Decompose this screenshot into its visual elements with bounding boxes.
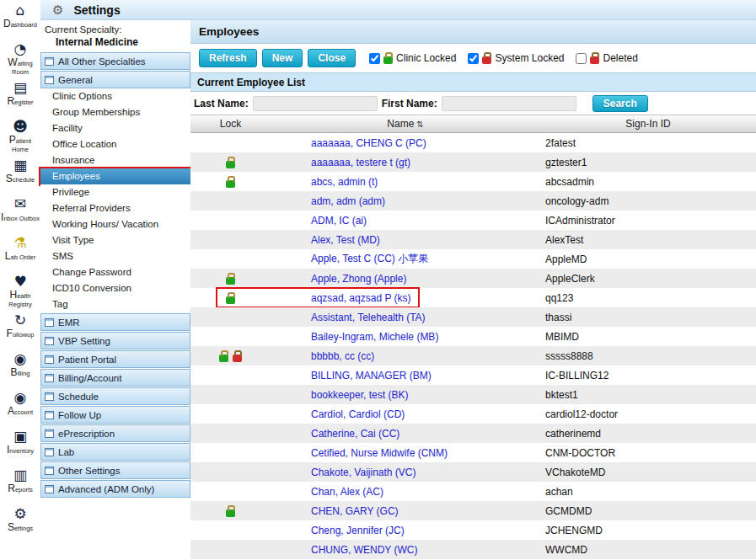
nav-rail-item-followup[interactable]: ↻Followup — [0, 311, 40, 349]
first-name-input[interactable] — [442, 96, 576, 111]
employee-name-link[interactable]: Apple, Zhong (Apple) — [311, 273, 406, 285]
employee-name-link[interactable]: Chakote, Vaijinath (VC) — [311, 467, 416, 478]
employee-name-link[interactable]: adm, adm (adm) — [311, 195, 385, 207]
employees-panel: Employees Refresh New Close Clinic Locke… — [190, 20, 756, 560]
checkbox-clinic-locked[interactable] — [369, 53, 380, 64]
nav-rail-item-inbox-outbox[interactable]: ✉Inbox Outbox — [0, 195, 40, 233]
employee-row: bbbbb, cc (cc)sssss8888 — [190, 346, 756, 365]
nav-rail-item-patient-home[interactable]: ☻Patient Home — [0, 117, 40, 156]
list-header-label: Current Employee List — [197, 77, 305, 88]
sign-in-id: ICAdministrator — [540, 215, 756, 227]
employee-name-link[interactable]: bbbbb, cc (cc) — [311, 350, 374, 362]
app-window: ⌂Dashboard◔Waiting Room▤Register☻Patient… — [0, 0, 756, 560]
nav-rail-label: Billing — [10, 367, 29, 379]
nav-rail-label: Patient Home — [1, 135, 40, 153]
sidebar-section-all-other-specialties[interactable]: All Other Specialties — [40, 52, 190, 70]
refresh-button[interactable]: Refresh — [199, 49, 257, 67]
employee-name-link[interactable]: bookkeeper, test (BK) — [311, 389, 408, 401]
green-lock-icon — [226, 161, 235, 168]
nav-rail: ⌂Dashboard◔Waiting Room▤Register☻Patient… — [0, 0, 40, 560]
expand-icon — [45, 392, 54, 401]
employee-name-link[interactable]: Cardiol, Cardiol (CD) — [311, 408, 405, 420]
nav-rail-item-billing[interactable]: ◉Billing — [0, 349, 40, 388]
sidebar-item-group-memberships[interactable]: Group Memberships — [40, 104, 190, 120]
sign-in-id: bktest1 — [540, 389, 756, 401]
sidebar-section-other-settings[interactable]: Other Settings — [40, 461, 190, 479]
sidebar-item-privilege[interactable]: Privilege — [40, 184, 190, 200]
nav-rail-item-settings[interactable]: ⚙Settings — [0, 504, 40, 543]
checkbox-system-locked[interactable] — [468, 53, 479, 64]
sign-in-id: AppleMD — [540, 253, 756, 265]
nav-rail-item-schedule[interactable]: ▦Schedule — [0, 156, 40, 195]
employee-name-link[interactable]: aaaaaaa, CHENG C (PC) — [311, 137, 426, 149]
sidebar-section-patient-portal[interactable]: Patient Portal — [40, 350, 190, 368]
sidebar-item-visit-type[interactable]: Visit Type — [40, 232, 190, 248]
sidebar-section-lab[interactable]: Lab — [40, 443, 190, 461]
sidebar-section-label: Patient Portal — [58, 355, 116, 365]
expand-icon — [45, 411, 54, 419]
employee-name-link[interactable]: Assistant, Telehealth (TA) — [311, 312, 426, 323]
nav-rail-item-register[interactable]: ▤Register — [0, 78, 40, 117]
sidebar-section-advanced-adm-only[interactable]: Advanced (ADM Only) — [40, 480, 190, 498]
employee-name-link[interactable]: CHEN, GARY (GC) — [311, 505, 399, 517]
employee-name-link[interactable]: Cheng, Jennifer (JC) — [311, 525, 405, 536]
sidebar-item-tag[interactable]: Tag — [40, 296, 190, 312]
expand-icon — [45, 57, 54, 66]
employee-name-link[interactable]: Cetified, Nurse Midwife (CNM) — [311, 447, 448, 459]
sign-in-id: sssss8888 — [540, 350, 756, 362]
sort-icon: ⇅ — [416, 120, 423, 129]
nav-rail-item-dashboard[interactable]: ⌂Dashboard — [0, 1, 40, 40]
sidebar-item-clinic-options[interactable]: Clinic Options — [40, 88, 190, 104]
new-button[interactable]: New — [262, 49, 303, 67]
sidebar-item-facility[interactable]: Facility — [40, 120, 190, 136]
lock-cell — [190, 273, 271, 285]
sidebar-item-working-hours-vacation[interactable]: Working Hours/ Vacation — [40, 216, 190, 232]
sidebar-section-vbp-setting[interactable]: VBP Setting — [40, 332, 190, 349]
sidebar-section-emr[interactable]: EMR — [40, 313, 190, 331]
search-button[interactable]: Search — [592, 95, 648, 112]
expand-icon — [45, 355, 54, 364]
employee-name-link[interactable]: Bailey-Ingram, Michele (MB) — [311, 331, 438, 343]
nav-rail-item-health-registry[interactable]: ♥Health Registry — [0, 272, 40, 311]
sidebar-section-general[interactable]: General — [40, 71, 190, 88]
sidebar-section-follow-up[interactable]: Follow Up — [40, 406, 190, 424]
employee-row: aaaaaaa, CHENG C (PC)2fatest — [190, 133, 756, 152]
nav-rail-label: Followup — [7, 328, 35, 340]
health-registry-icon: ♥ — [13, 275, 26, 289]
employee-name-link[interactable]: abcs, admin (t) — [311, 176, 378, 188]
nav-rail-item-lab-order[interactable]: ⚗Lab Order — [0, 233, 40, 272]
nav-rail-item-inventory[interactable]: ▣Inventory — [0, 427, 40, 466]
sidebar-item-sms[interactable]: SMS — [40, 248, 190, 264]
sidebar-section-eprescription[interactable]: ePrescription — [40, 424, 190, 442]
sidebar-section-label: Other Settings — [58, 466, 121, 476]
employee-table: aaaaaaa, CHENG C (PC)2fatestaaaaaaa, tes… — [190, 133, 756, 560]
employee-name-link[interactable]: Alex, Test (MD) — [311, 234, 380, 246]
sidebar-item-insurance[interactable]: Insurance — [40, 152, 190, 168]
search-row: Last Name: First Name: Search — [190, 92, 756, 115]
employee-name-link[interactable]: CHUNG, WENDY (WC) — [311, 544, 417, 556]
nav-rail-item-waiting-room[interactable]: ◔Waiting Room — [0, 40, 40, 78]
employee-name-link[interactable]: Chan, Alex (AC) — [311, 486, 383, 498]
employee-name-link[interactable]: aqzsad, aqzsad P (ks) — [311, 292, 411, 304]
column-header-name[interactable]: Name⇅ — [271, 118, 540, 130]
close-button[interactable]: Close — [308, 49, 356, 67]
patient-home-icon: ☻ — [13, 120, 28, 134]
employee-name-link[interactable]: aaaaaaa, testere t (gt) — [311, 157, 410, 168]
employee-name-link[interactable]: BILLING, MANAGER (BM) — [311, 370, 432, 381]
sidebar-item-change-password[interactable]: Change Password — [40, 264, 190, 280]
employee-name-link[interactable]: ADM, IC (ai) — [311, 215, 367, 227]
nav-rail-item-account[interactable]: ◉Account — [0, 388, 40, 427]
sidebar-item-referral-providers[interactable]: Referral Providers — [40, 200, 190, 216]
last-name-input[interactable] — [253, 96, 378, 111]
employee-name-link[interactable]: Apple, Test C (CC) 小苹果 — [311, 253, 428, 264]
sidebar-section-schedule[interactable]: Schedule — [40, 387, 190, 405]
checkbox-deleted[interactable] — [576, 53, 587, 64]
employee-name-link[interactable]: Catherine, Cai (CC) — [311, 428, 399, 440]
sidebar-section-billing-account[interactable]: Billing/Account — [40, 369, 190, 387]
nav-rail-item-reports[interactable]: ▥Reports — [0, 466, 40, 504]
sidebar-item-employees[interactable]: Employees — [40, 168, 190, 184]
expand-icon — [45, 76, 54, 84]
nav-rail-label: Lab Order — [5, 251, 35, 263]
sidebar-item-office-location[interactable]: Office Location — [40, 136, 190, 152]
sidebar-item-icd10-conversion[interactable]: ICD10 Conversion — [40, 280, 190, 296]
